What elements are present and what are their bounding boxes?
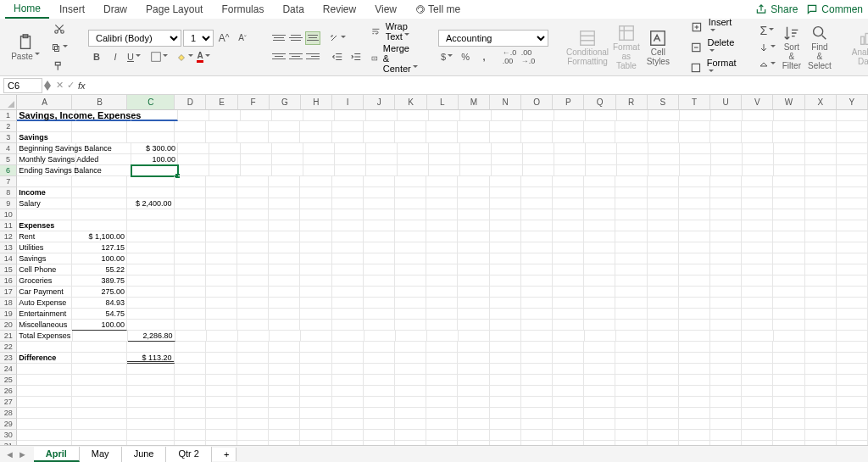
cell[interactable] xyxy=(837,209,868,220)
cell[interactable] xyxy=(238,331,270,342)
fx-icon[interactable]: fx xyxy=(78,81,86,91)
tab-home[interactable]: Home xyxy=(5,0,49,19)
cell[interactable]: 2,286.80 xyxy=(128,331,175,342)
cell[interactable] xyxy=(366,165,398,176)
cell[interactable] xyxy=(584,187,615,198)
cell[interactable] xyxy=(490,231,521,242)
cell[interactable] xyxy=(398,110,429,121)
cell[interactable] xyxy=(805,375,837,386)
cell[interactable] xyxy=(237,309,269,320)
decrease-indent-icon[interactable] xyxy=(329,48,346,65)
cell[interactable] xyxy=(73,331,128,342)
cell[interactable] xyxy=(131,165,178,176)
cell[interactable] xyxy=(805,298,837,309)
cell[interactable] xyxy=(206,253,237,264)
cell[interactable] xyxy=(837,353,868,364)
underline-button[interactable]: U xyxy=(125,48,142,65)
cell[interactable] xyxy=(72,209,127,220)
cell[interactable] xyxy=(648,165,680,176)
cell[interactable] xyxy=(426,408,458,419)
cell[interactable] xyxy=(17,408,72,419)
cell[interactable] xyxy=(429,165,460,176)
cell[interactable] xyxy=(773,397,804,408)
cell[interactable] xyxy=(679,408,710,419)
cell[interactable] xyxy=(269,187,300,198)
cell[interactable] xyxy=(269,220,300,231)
cell[interactable] xyxy=(711,143,743,154)
cell[interactable] xyxy=(773,220,804,231)
add-sheet-button[interactable]: + xyxy=(212,448,236,461)
cell[interactable] xyxy=(237,253,269,264)
cell[interactable] xyxy=(521,287,553,298)
cell[interactable] xyxy=(773,342,804,353)
cell[interactable] xyxy=(426,386,458,397)
cell[interactable] xyxy=(332,276,364,287)
cell[interactable] xyxy=(648,364,679,375)
cell[interactable] xyxy=(521,320,553,331)
cell[interactable] xyxy=(553,220,584,231)
cell[interactable] xyxy=(742,176,773,187)
cell[interactable] xyxy=(237,408,269,419)
cell[interactable] xyxy=(364,231,395,242)
cell[interactable] xyxy=(490,397,521,408)
cell[interactable] xyxy=(742,419,773,430)
cell[interactable] xyxy=(773,242,804,253)
cell[interactable] xyxy=(300,320,331,331)
cell[interactable] xyxy=(127,121,175,132)
cell[interactable] xyxy=(615,209,647,220)
row-header[interactable]: 26 xyxy=(0,386,17,397)
cell[interactable] xyxy=(175,287,206,298)
cell[interactable] xyxy=(805,342,837,353)
cell[interactable] xyxy=(742,386,773,397)
cell[interactable] xyxy=(206,320,237,331)
cell[interactable] xyxy=(332,441,364,445)
cell[interactable] xyxy=(300,176,331,187)
col-header[interactable]: L xyxy=(427,95,459,110)
col-header[interactable]: V xyxy=(742,95,773,110)
cell[interactable] xyxy=(584,298,615,309)
cell[interactable] xyxy=(364,331,396,342)
cell[interactable] xyxy=(206,220,237,231)
cell[interactable] xyxy=(648,287,679,298)
cell[interactable] xyxy=(237,342,269,353)
cell[interactable] xyxy=(269,253,300,264)
cell[interactable] xyxy=(300,242,331,253)
cell[interactable] xyxy=(774,154,805,165)
cell[interactable] xyxy=(773,309,804,320)
cell[interactable] xyxy=(458,419,489,430)
sheet-tab[interactable]: April xyxy=(34,447,80,462)
cell[interactable] xyxy=(458,309,489,320)
cell[interactable] xyxy=(458,320,489,331)
cell[interactable] xyxy=(332,353,364,364)
cell[interactable] xyxy=(837,375,868,386)
cell[interactable] xyxy=(490,198,521,209)
insert-cells-button[interactable]: Insert xyxy=(690,17,738,37)
format-cells-button[interactable]: Format xyxy=(690,58,738,78)
cell[interactable] xyxy=(805,320,837,331)
cell[interactable] xyxy=(615,187,647,198)
cell[interactable] xyxy=(175,353,206,364)
cell[interactable] xyxy=(742,331,773,342)
cell[interactable] xyxy=(586,110,617,121)
cell[interactable] xyxy=(300,441,331,445)
cell[interactable] xyxy=(395,397,426,408)
cell[interactable] xyxy=(72,353,127,364)
cell[interactable] xyxy=(837,320,868,331)
cell[interactable] xyxy=(742,287,773,298)
cell[interactable] xyxy=(127,253,175,264)
cell[interactable] xyxy=(300,209,331,220)
cell[interactable] xyxy=(175,430,206,441)
cell[interactable] xyxy=(615,353,647,364)
cell[interactable] xyxy=(300,220,331,231)
tab-view[interactable]: View xyxy=(366,1,405,18)
cell[interactable] xyxy=(72,342,127,353)
cell[interactable] xyxy=(805,441,837,445)
cell[interactable] xyxy=(837,441,868,445)
cell[interactable] xyxy=(303,154,335,165)
cell[interactable]: Difference xyxy=(17,353,72,364)
autosum-icon[interactable]: Σ xyxy=(759,22,776,39)
tab-data[interactable]: Data xyxy=(274,1,312,18)
comma-format-icon[interactable]: , xyxy=(476,48,492,65)
cell[interactable] xyxy=(269,121,300,132)
cell[interactable] xyxy=(521,264,553,276)
